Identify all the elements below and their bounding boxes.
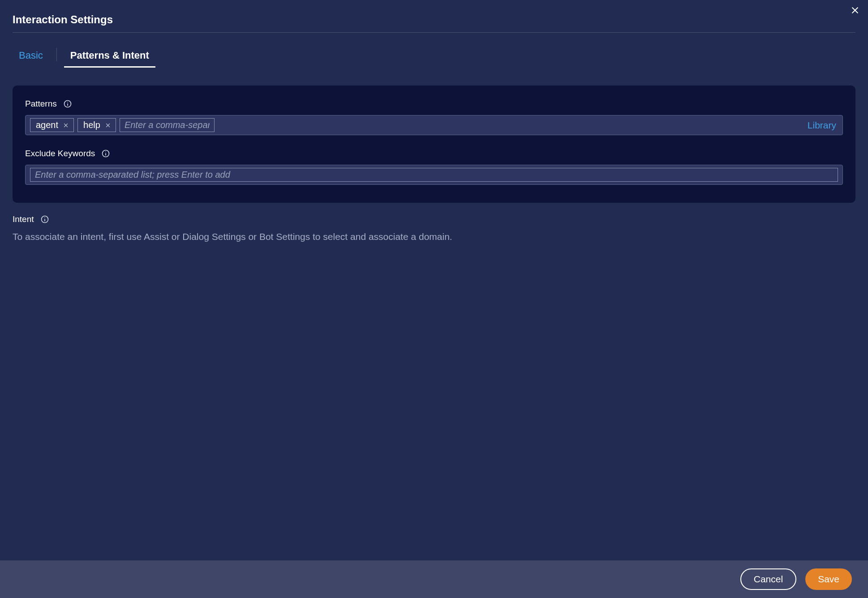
patterns-field: Patterns agent bbox=[25, 99, 843, 135]
svg-point-14 bbox=[44, 217, 45, 218]
close-button[interactable] bbox=[850, 6, 860, 16]
interaction-settings-modal: Interaction Settings Basic Patterns & In… bbox=[0, 0, 868, 598]
modal-footer: Cancel Save bbox=[0, 560, 868, 598]
exclude-label: Exclude Keywords bbox=[25, 149, 95, 158]
patterns-input-box[interactable] bbox=[120, 118, 215, 132]
cancel-button[interactable]: Cancel bbox=[740, 568, 796, 590]
tab-basic[interactable]: Basic bbox=[13, 42, 49, 68]
intent-description: To associate an intent, first use Assist… bbox=[13, 230, 855, 244]
modal-content: Patterns agent bbox=[0, 68, 868, 560]
exclude-label-row: Exclude Keywords bbox=[25, 149, 843, 158]
patterns-input-container[interactable]: agent help bbox=[25, 115, 843, 135]
patterns-label-row: Patterns bbox=[25, 99, 843, 109]
intent-label-row: Intent bbox=[13, 214, 855, 224]
intent-section: Intent To associate an intent, first use… bbox=[13, 214, 855, 244]
pattern-chip: help bbox=[77, 118, 116, 132]
header-divider bbox=[13, 32, 855, 33]
chip-remove-icon[interactable] bbox=[105, 122, 111, 128]
tab-patterns-intent[interactable]: Patterns & Intent bbox=[64, 42, 155, 68]
close-icon bbox=[851, 6, 859, 17]
library-link[interactable]: Library bbox=[800, 120, 838, 131]
patterns-chips-wrap: agent help bbox=[30, 118, 800, 132]
exclude-chips-wrap bbox=[30, 168, 838, 182]
intent-label: Intent bbox=[13, 214, 34, 224]
svg-point-4 bbox=[67, 102, 68, 103]
tab-separator bbox=[56, 48, 57, 61]
exclude-input-container[interactable] bbox=[25, 165, 843, 185]
pattern-chip: agent bbox=[30, 118, 74, 132]
save-button[interactable]: Save bbox=[805, 568, 852, 590]
modal-header: Interaction Settings bbox=[0, 0, 868, 38]
pattern-chip-label: agent bbox=[36, 120, 58, 130]
modal-title: Interaction Settings bbox=[13, 13, 855, 26]
info-icon[interactable] bbox=[40, 215, 49, 224]
svg-point-11 bbox=[105, 151, 106, 152]
pattern-chip-label: help bbox=[83, 120, 100, 130]
patterns-label: Patterns bbox=[25, 99, 57, 109]
patterns-input[interactable] bbox=[125, 120, 210, 130]
info-icon[interactable] bbox=[63, 99, 72, 108]
chip-remove-icon[interactable] bbox=[63, 122, 69, 128]
tabs-row: Basic Patterns & Intent bbox=[0, 42, 868, 68]
exclude-input-box[interactable] bbox=[30, 168, 838, 182]
info-icon[interactable] bbox=[101, 149, 110, 158]
patterns-panel: Patterns agent bbox=[13, 85, 855, 203]
exclude-input[interactable] bbox=[35, 170, 833, 180]
exclude-field: Exclude Keywords bbox=[25, 149, 843, 185]
